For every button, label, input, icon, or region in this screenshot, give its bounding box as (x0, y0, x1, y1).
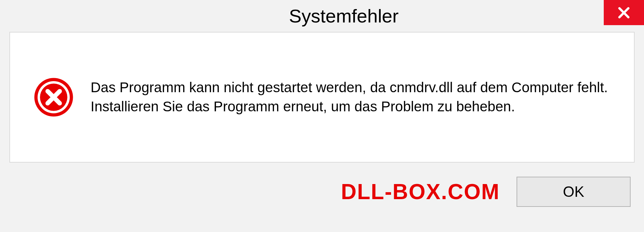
error-icon (34, 77, 74, 117)
dialog-title: Systemfehler (289, 5, 399, 27)
close-icon (617, 6, 631, 19)
content-panel: Das Programm kann nicht gestartet werden… (9, 32, 635, 163)
error-dialog: Systemfehler Das Programm kann nicht ges… (0, 0, 644, 232)
titlebar: Systemfehler (0, 0, 644, 32)
watermark-text: DLL-BOX.COM (341, 179, 500, 204)
ok-button[interactable]: OK (517, 177, 631, 207)
close-button[interactable] (604, 0, 644, 25)
error-message: Das Programm kann nicht gestartet werden… (91, 78, 610, 116)
dialog-footer: DLL-BOX.COM OK (0, 163, 644, 207)
